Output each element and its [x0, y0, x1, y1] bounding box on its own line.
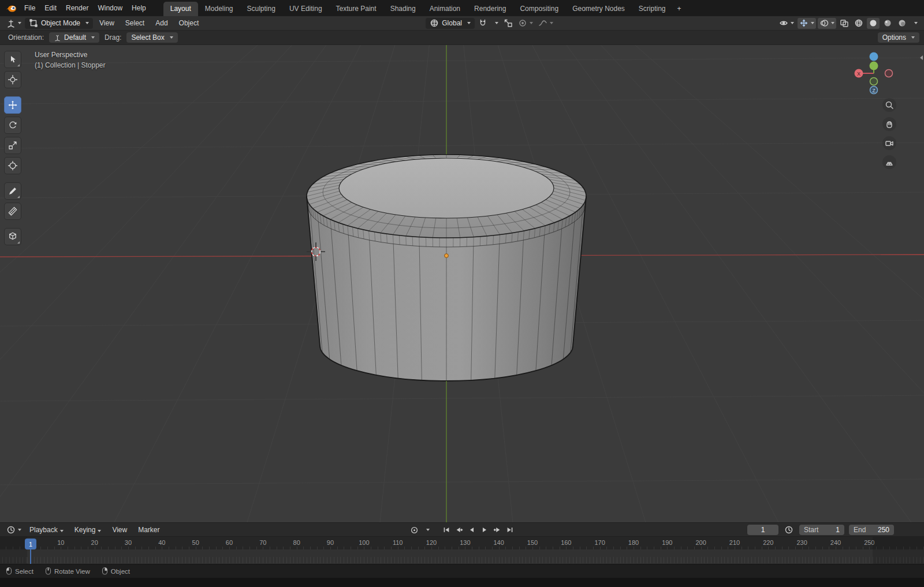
- gizmo-z-label: Z: [872, 88, 875, 94]
- select-box-tool[interactable]: [4, 51, 21, 68]
- menu-window[interactable]: Window: [93, 2, 127, 14]
- pan-button[interactable]: [882, 117, 896, 131]
- viewport-3d[interactable]: User Perspective (1) Collection | Stoppe…: [0, 45, 924, 522]
- tab-shading[interactable]: Shading: [383, 2, 423, 16]
- camera-view-button[interactable]: [882, 136, 896, 150]
- menu-3dview-object[interactable]: Object: [174, 17, 204, 29]
- timeline-ruler[interactable]: 1020304050607080901001101201301401501601…: [0, 536, 924, 549]
- move-tool[interactable]: [4, 96, 21, 114]
- start-frame-field[interactable]: Start 1: [799, 525, 844, 535]
- ruler-frame-label: 210: [729, 539, 740, 546]
- tab-modeling[interactable]: Modeling: [198, 2, 240, 16]
- tab-rendering[interactable]: Rendering: [467, 2, 513, 16]
- chevron-down-icon: [911, 36, 915, 39]
- keying-set-dropdown[interactable]: [421, 525, 433, 535]
- blender-logo[interactable]: [5, 3, 18, 13]
- shading-wireframe-button[interactable]: [852, 18, 865, 29]
- options-button[interactable]: Options: [878, 32, 919, 43]
- play-reverse-button[interactable]: [466, 525, 478, 535]
- menu-edit[interactable]: Edit: [40, 2, 61, 14]
- tab-uv-editing[interactable]: UV Editing: [282, 2, 329, 16]
- gizmo-axis-z-positive[interactable]: [870, 53, 878, 61]
- shading-rendered-button[interactable]: [896, 18, 908, 29]
- frame-range-controls: 1 Start 1 End 250: [747, 525, 919, 535]
- playhead-line[interactable]: [30, 549, 31, 564]
- sidebar-toggle-arrow[interactable]: [920, 54, 923, 62]
- menu-marker[interactable]: Marker: [133, 524, 164, 536]
- tab-sculpting[interactable]: Sculpting: [240, 2, 282, 16]
- transform-snap-group: Global: [426, 18, 555, 29]
- timeline-editor-type-button[interactable]: [5, 524, 23, 535]
- menu-3dview-select[interactable]: Select: [121, 17, 149, 29]
- orientation-mode-label: Global: [442, 19, 462, 27]
- before-range-dim: [0, 537, 27, 549]
- gizmo-axis-y-positive[interactable]: [870, 62, 878, 70]
- shading-settings-dropdown[interactable]: [910, 18, 919, 29]
- navigation-gizmo[interactable]: X Z: [852, 51, 896, 95]
- zoom-button[interactable]: [882, 98, 896, 112]
- tab-compositing[interactable]: Compositing: [513, 2, 565, 16]
- next-keyframe-button[interactable]: [491, 525, 503, 535]
- menu-help[interactable]: Help: [127, 2, 151, 14]
- proportional-falloff-dropdown[interactable]: [536, 18, 555, 29]
- start-value: 1: [836, 526, 840, 534]
- orientation-select[interactable]: Default: [49, 32, 99, 43]
- tab-texture-paint[interactable]: Texture Paint: [329, 2, 383, 16]
- play-button[interactable]: [479, 525, 490, 535]
- shading-material-button[interactable]: [881, 18, 894, 29]
- add-cube-tool[interactable]: [4, 228, 21, 245]
- snap-toggle-button[interactable]: [476, 18, 489, 29]
- viewport-display-group: [777, 18, 919, 29]
- drag-value: Select Box: [131, 33, 164, 42]
- transform-tool[interactable]: [4, 157, 21, 174]
- menu-render[interactable]: Render: [61, 2, 93, 14]
- tab-animation[interactable]: Animation: [423, 2, 467, 16]
- scene-canvas[interactable]: [0, 45, 924, 522]
- add-workspace-button[interactable]: +: [673, 2, 686, 16]
- jump-to-end-button[interactable]: [504, 525, 516, 535]
- cursor-tool[interactable]: [4, 71, 21, 88]
- menu-file[interactable]: File: [20, 2, 40, 14]
- timeline-track[interactable]: [0, 549, 924, 564]
- playhead[interactable]: 1: [25, 539, 36, 549]
- measure-tool[interactable]: [4, 203, 21, 220]
- proportional-edit-toggle[interactable]: [516, 18, 535, 29]
- rotate-tool[interactable]: [4, 117, 21, 134]
- menu-3dview-add[interactable]: Add: [151, 17, 172, 29]
- status-hint-label: Object: [111, 568, 130, 575]
- editor-type-button[interactable]: [5, 18, 23, 29]
- end-frame-field[interactable]: End 250: [849, 525, 894, 535]
- perspective-toggle-button[interactable]: [882, 155, 896, 169]
- show-overlays-toggle[interactable]: [818, 18, 836, 29]
- object-visibility-dropdown[interactable]: [777, 18, 796, 29]
- scale-tool[interactable]: [4, 137, 21, 154]
- shading-solid-button[interactable]: [867, 18, 880, 29]
- menu-keying[interactable]: Keying: [70, 524, 106, 536]
- jump-to-start-button[interactable]: [441, 525, 452, 535]
- menu-3dview-view[interactable]: View: [95, 17, 119, 29]
- annotate-tool[interactable]: [4, 182, 21, 200]
- snap-target-button[interactable]: [502, 18, 515, 29]
- status-hint-object: Object: [102, 567, 130, 575]
- ortho-grid-icon: [885, 158, 894, 167]
- tab-layout[interactable]: Layout: [163, 2, 198, 16]
- xray-toggle[interactable]: [838, 18, 851, 29]
- auto-keyframe-toggle[interactable]: [408, 525, 420, 535]
- tab-geometry-nodes[interactable]: Geometry Nodes: [565, 2, 632, 16]
- show-gizmo-toggle[interactable]: [798, 18, 816, 29]
- gizmo-axis-y-negative[interactable]: [870, 78, 878, 85]
- previous-keyframe-button[interactable]: [453, 525, 465, 535]
- gizmo-axis-x-negative[interactable]: [885, 70, 893, 77]
- mode-dropdown[interactable]: Object Mode: [25, 18, 93, 29]
- wireframe-sphere-icon: [854, 18, 863, 28]
- transform-orientation-dropdown[interactable]: Global: [426, 18, 475, 29]
- menu-playback[interactable]: Playback: [25, 524, 68, 536]
- preview-range-toggle[interactable]: [783, 525, 795, 535]
- tab-scripting[interactable]: Scripting: [632, 2, 673, 16]
- 3d-cursor-icon: [8, 74, 18, 85]
- ruler-frame-label: 240: [830, 539, 841, 546]
- current-frame-field[interactable]: 1: [747, 525, 778, 535]
- menu-timeline-view[interactable]: View: [107, 524, 132, 536]
- snap-settings-dropdown[interactable]: [491, 18, 500, 29]
- drag-select[interactable]: Select Box: [126, 32, 177, 43]
